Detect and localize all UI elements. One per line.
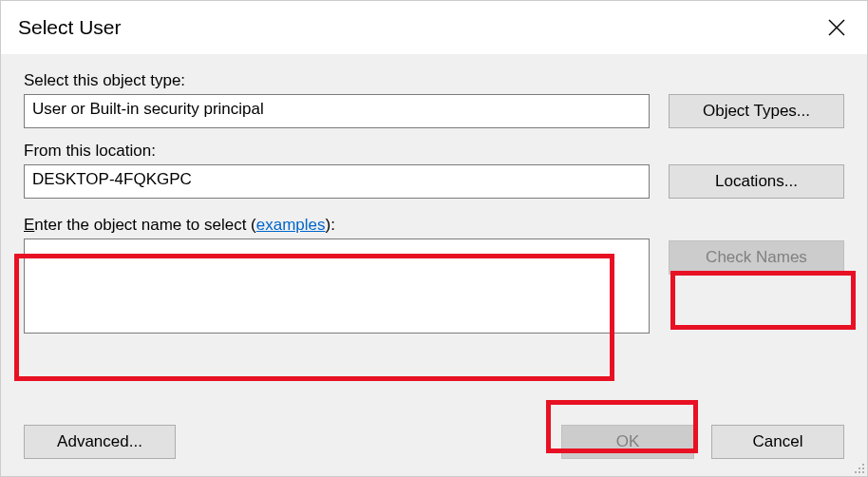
svg-point-5 <box>855 471 857 473</box>
object-name-mnemonic: E <box>24 216 34 234</box>
object-type-row: Select this object type: User or Built-i… <box>24 71 844 128</box>
object-types-button[interactable]: Object Types... <box>669 94 844 128</box>
check-names-button[interactable]: Check Names <box>669 240 844 275</box>
dialog-content: Select this object type: User or Built-i… <box>1 54 867 476</box>
object-name-row: Enter the object name to select (example… <box>24 216 844 337</box>
resize-grip-icon[interactable] <box>850 459 865 474</box>
advanced-button[interactable]: Advanced... <box>24 425 176 459</box>
close-icon[interactable] <box>818 9 856 47</box>
svg-point-2 <box>862 464 864 466</box>
svg-point-7 <box>862 471 864 473</box>
x-icon <box>827 18 846 37</box>
object-type-label: Select this object type: <box>24 71 650 90</box>
object-name-label: Enter the object name to select (example… <box>24 216 650 235</box>
locations-button[interactable]: Locations... <box>669 164 844 199</box>
cancel-button[interactable]: Cancel <box>711 425 844 459</box>
location-label: From this location: <box>24 142 650 161</box>
svg-point-3 <box>859 467 860 469</box>
titlebar: Select User <box>1 1 867 54</box>
object-name-label-text: nter the object name to select ( <box>34 216 255 234</box>
dialog-title: Select User <box>18 16 122 39</box>
object-type-field: User or Built-in security principal <box>24 94 650 128</box>
location-row: From this location: DESKTOP-4FQKGPC Loca… <box>24 142 844 199</box>
object-name-input[interactable] <box>24 238 650 334</box>
svg-point-6 <box>859 471 860 473</box>
examples-link[interactable]: examples <box>256 216 326 234</box>
svg-point-4 <box>862 467 864 469</box>
object-name-label-suffix: ): <box>326 216 335 234</box>
location-field: DESKTOP-4FQKGPC <box>24 164 650 199</box>
bottom-button-row: Advanced... OK Cancel <box>24 425 844 459</box>
ok-button[interactable]: OK <box>561 425 694 459</box>
